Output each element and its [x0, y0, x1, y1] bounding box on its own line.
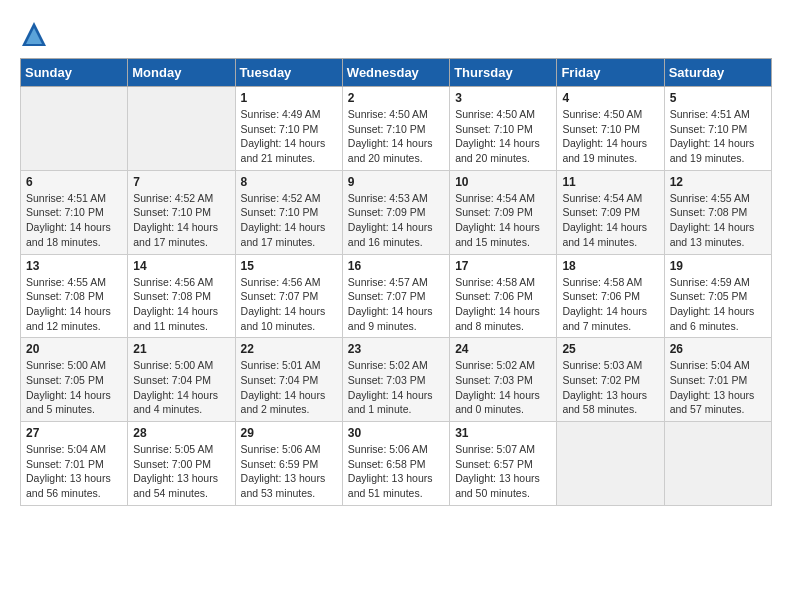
day-number: 28 — [133, 426, 229, 440]
day-number: 16 — [348, 259, 444, 273]
day-number: 9 — [348, 175, 444, 189]
calendar-cell: 22Sunrise: 5:01 AMSunset: 7:04 PMDayligh… — [235, 338, 342, 422]
calendar-cell: 7Sunrise: 4:52 AMSunset: 7:10 PMDaylight… — [128, 170, 235, 254]
calendar-cell: 6Sunrise: 4:51 AMSunset: 7:10 PMDaylight… — [21, 170, 128, 254]
calendar-cell: 12Sunrise: 4:55 AMSunset: 7:08 PMDayligh… — [664, 170, 771, 254]
calendar-cell: 23Sunrise: 5:02 AMSunset: 7:03 PMDayligh… — [342, 338, 449, 422]
day-number: 7 — [133, 175, 229, 189]
day-number: 27 — [26, 426, 122, 440]
day-info: Sunrise: 4:52 AMSunset: 7:10 PMDaylight:… — [241, 191, 337, 250]
calendar-cell — [128, 87, 235, 171]
calendar-cell: 20Sunrise: 5:00 AMSunset: 7:05 PMDayligh… — [21, 338, 128, 422]
calendar-cell: 30Sunrise: 5:06 AMSunset: 6:58 PMDayligh… — [342, 422, 449, 506]
calendar-cell: 8Sunrise: 4:52 AMSunset: 7:10 PMDaylight… — [235, 170, 342, 254]
calendar-cell — [557, 422, 664, 506]
day-info: Sunrise: 5:04 AMSunset: 7:01 PMDaylight:… — [26, 442, 122, 501]
calendar-cell: 1Sunrise: 4:49 AMSunset: 7:10 PMDaylight… — [235, 87, 342, 171]
day-info: Sunrise: 5:05 AMSunset: 7:00 PMDaylight:… — [133, 442, 229, 501]
logo — [20, 20, 50, 48]
day-number: 10 — [455, 175, 551, 189]
day-info: Sunrise: 5:00 AMSunset: 7:05 PMDaylight:… — [26, 358, 122, 417]
calendar-week-row: 6Sunrise: 4:51 AMSunset: 7:10 PMDaylight… — [21, 170, 772, 254]
column-header-friday: Friday — [557, 59, 664, 87]
calendar-header-row: SundayMondayTuesdayWednesdayThursdayFrid… — [21, 59, 772, 87]
day-info: Sunrise: 4:58 AMSunset: 7:06 PMDaylight:… — [562, 275, 658, 334]
day-info: Sunrise: 5:06 AMSunset: 6:58 PMDaylight:… — [348, 442, 444, 501]
day-number: 21 — [133, 342, 229, 356]
column-header-tuesday: Tuesday — [235, 59, 342, 87]
calendar-cell: 31Sunrise: 5:07 AMSunset: 6:57 PMDayligh… — [450, 422, 557, 506]
day-number: 30 — [348, 426, 444, 440]
day-info: Sunrise: 4:50 AMSunset: 7:10 PMDaylight:… — [348, 107, 444, 166]
day-info: Sunrise: 4:58 AMSunset: 7:06 PMDaylight:… — [455, 275, 551, 334]
calendar-cell: 14Sunrise: 4:56 AMSunset: 7:08 PMDayligh… — [128, 254, 235, 338]
day-number: 22 — [241, 342, 337, 356]
day-info: Sunrise: 4:55 AMSunset: 7:08 PMDaylight:… — [26, 275, 122, 334]
day-info: Sunrise: 4:49 AMSunset: 7:10 PMDaylight:… — [241, 107, 337, 166]
day-number: 6 — [26, 175, 122, 189]
day-info: Sunrise: 5:04 AMSunset: 7:01 PMDaylight:… — [670, 358, 766, 417]
calendar-cell: 25Sunrise: 5:03 AMSunset: 7:02 PMDayligh… — [557, 338, 664, 422]
day-number: 14 — [133, 259, 229, 273]
calendar-cell: 9Sunrise: 4:53 AMSunset: 7:09 PMDaylight… — [342, 170, 449, 254]
day-info: Sunrise: 4:56 AMSunset: 7:08 PMDaylight:… — [133, 275, 229, 334]
day-number: 13 — [26, 259, 122, 273]
calendar-cell: 29Sunrise: 5:06 AMSunset: 6:59 PMDayligh… — [235, 422, 342, 506]
calendar-cell: 13Sunrise: 4:55 AMSunset: 7:08 PMDayligh… — [21, 254, 128, 338]
calendar-cell: 26Sunrise: 5:04 AMSunset: 7:01 PMDayligh… — [664, 338, 771, 422]
day-number: 11 — [562, 175, 658, 189]
calendar-cell: 17Sunrise: 4:58 AMSunset: 7:06 PMDayligh… — [450, 254, 557, 338]
day-info: Sunrise: 4:50 AMSunset: 7:10 PMDaylight:… — [562, 107, 658, 166]
calendar-cell — [21, 87, 128, 171]
day-number: 17 — [455, 259, 551, 273]
column-header-monday: Monday — [128, 59, 235, 87]
day-number: 12 — [670, 175, 766, 189]
calendar-week-row: 13Sunrise: 4:55 AMSunset: 7:08 PMDayligh… — [21, 254, 772, 338]
day-info: Sunrise: 4:54 AMSunset: 7:09 PMDaylight:… — [455, 191, 551, 250]
day-number: 5 — [670, 91, 766, 105]
calendar-cell: 21Sunrise: 5:00 AMSunset: 7:04 PMDayligh… — [128, 338, 235, 422]
calendar-cell: 10Sunrise: 4:54 AMSunset: 7:09 PMDayligh… — [450, 170, 557, 254]
calendar-cell: 19Sunrise: 4:59 AMSunset: 7:05 PMDayligh… — [664, 254, 771, 338]
calendar-cell — [664, 422, 771, 506]
day-info: Sunrise: 5:02 AMSunset: 7:03 PMDaylight:… — [348, 358, 444, 417]
day-info: Sunrise: 5:02 AMSunset: 7:03 PMDaylight:… — [455, 358, 551, 417]
calendar-cell: 18Sunrise: 4:58 AMSunset: 7:06 PMDayligh… — [557, 254, 664, 338]
day-number: 18 — [562, 259, 658, 273]
day-number: 4 — [562, 91, 658, 105]
calendar-cell: 28Sunrise: 5:05 AMSunset: 7:00 PMDayligh… — [128, 422, 235, 506]
day-info: Sunrise: 5:03 AMSunset: 7:02 PMDaylight:… — [562, 358, 658, 417]
day-number: 31 — [455, 426, 551, 440]
day-info: Sunrise: 4:57 AMSunset: 7:07 PMDaylight:… — [348, 275, 444, 334]
day-info: Sunrise: 4:56 AMSunset: 7:07 PMDaylight:… — [241, 275, 337, 334]
calendar-cell: 24Sunrise: 5:02 AMSunset: 7:03 PMDayligh… — [450, 338, 557, 422]
day-info: Sunrise: 4:55 AMSunset: 7:08 PMDaylight:… — [670, 191, 766, 250]
day-number: 25 — [562, 342, 658, 356]
column-header-thursday: Thursday — [450, 59, 557, 87]
day-number: 1 — [241, 91, 337, 105]
calendar-cell: 11Sunrise: 4:54 AMSunset: 7:09 PMDayligh… — [557, 170, 664, 254]
calendar-table: SundayMondayTuesdayWednesdayThursdayFrid… — [20, 58, 772, 506]
day-info: Sunrise: 4:59 AMSunset: 7:05 PMDaylight:… — [670, 275, 766, 334]
day-info: Sunrise: 4:51 AMSunset: 7:10 PMDaylight:… — [26, 191, 122, 250]
day-number: 3 — [455, 91, 551, 105]
calendar-cell: 2Sunrise: 4:50 AMSunset: 7:10 PMDaylight… — [342, 87, 449, 171]
day-info: Sunrise: 4:54 AMSunset: 7:09 PMDaylight:… — [562, 191, 658, 250]
calendar-week-row: 27Sunrise: 5:04 AMSunset: 7:01 PMDayligh… — [21, 422, 772, 506]
calendar-cell: 15Sunrise: 4:56 AMSunset: 7:07 PMDayligh… — [235, 254, 342, 338]
day-number: 15 — [241, 259, 337, 273]
day-info: Sunrise: 5:00 AMSunset: 7:04 PMDaylight:… — [133, 358, 229, 417]
day-number: 26 — [670, 342, 766, 356]
column-header-sunday: Sunday — [21, 59, 128, 87]
day-number: 19 — [670, 259, 766, 273]
day-info: Sunrise: 5:01 AMSunset: 7:04 PMDaylight:… — [241, 358, 337, 417]
day-number: 24 — [455, 342, 551, 356]
calendar-week-row: 20Sunrise: 5:00 AMSunset: 7:05 PMDayligh… — [21, 338, 772, 422]
calendar-cell: 5Sunrise: 4:51 AMSunset: 7:10 PMDaylight… — [664, 87, 771, 171]
calendar-cell: 4Sunrise: 4:50 AMSunset: 7:10 PMDaylight… — [557, 87, 664, 171]
day-number: 20 — [26, 342, 122, 356]
page-header — [20, 20, 772, 48]
logo-icon — [20, 20, 48, 48]
day-info: Sunrise: 4:51 AMSunset: 7:10 PMDaylight:… — [670, 107, 766, 166]
day-number: 8 — [241, 175, 337, 189]
